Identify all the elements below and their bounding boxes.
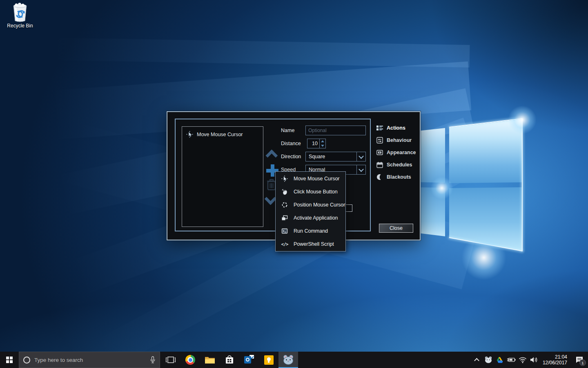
clock-time: 21:04 [543,354,567,360]
move-mouse-taskbar-button[interactable] [278,352,298,368]
action-list[interactable]: Move Mouse Cursor [182,126,263,227]
tray-expand-button[interactable] [472,352,481,368]
move-down-button[interactable] [266,195,274,203]
direction-value: Square [306,154,356,159]
chevron-down-icon[interactable] [356,152,365,161]
recycle-bin-icon [11,2,29,22]
tab-label: Blackouts [387,174,411,180]
menu-item-activate-application[interactable]: Activate Application [276,211,345,224]
notification-badge: 1 [579,359,586,366]
distance-value: 10 [307,139,319,148]
outlook-icon [244,355,254,365]
store-icon [225,355,234,365]
actions-icon [376,125,383,131]
powershell-script-icon: </> [281,242,288,247]
volume-icon [530,357,538,363]
chevron-down-icon[interactable] [356,165,365,174]
cortana-icon [23,357,30,364]
volume-tray-button[interactable] [530,352,539,368]
chrome-icon [185,355,195,365]
wifi-icon [519,357,527,363]
wifi-tray-button[interactable] [518,352,527,368]
menu-item-position-mouse-cursor[interactable]: Position Mouse Cursor [276,198,345,211]
menu-item-label: Click Mouse Button [294,189,338,195]
keep-taskbar-button[interactable] [259,352,278,368]
light-flare [461,235,506,280]
menu-item-label: Run Command [294,228,328,234]
list-item-label: Move Mouse Cursor [197,132,243,137]
move-mouse-cursor-icon [281,175,288,182]
tab-label: Appearance [387,150,416,155]
taskbar: 21:04 12/06/2017 1 [0,352,588,368]
recycle-bin-shortcut[interactable]: Recycle Bin [4,2,36,29]
clock-date: 12/06/2017 [543,360,567,366]
distance-label: Distance [281,141,301,146]
menu-item-click-mouse-button[interactable]: Click Mouse Button [276,185,345,198]
spin-up-icon[interactable] [320,139,325,144]
close-button[interactable]: Close [379,224,413,233]
taskbar-search[interactable] [19,352,160,368]
add-action-menu: Move Mouse Cursor Click Mouse Button Pos… [275,171,346,251]
action-center-button[interactable]: 1 [572,352,586,368]
task-view-icon [166,356,176,364]
system-tray: 21:04 12/06/2017 1 [472,352,588,368]
store-taskbar-button[interactable] [220,352,239,368]
list-item[interactable]: Move Mouse Cursor [182,127,263,141]
form-checkbox[interactable] [345,204,352,212]
move-mouse-tray-icon [484,356,492,364]
start-button[interactable] [0,352,19,368]
tab-actions[interactable]: Actions [376,123,417,132]
spin-down-icon[interactable] [320,144,325,148]
search-input[interactable] [34,357,146,363]
schedules-icon [376,162,383,168]
close-button-label: Close [390,225,403,231]
nav-sidebar: Actions Behaviour Appearance [376,123,417,185]
file-explorer-icon [205,355,215,364]
move-up-button[interactable] [266,151,274,159]
chrome-taskbar-button[interactable] [180,352,200,368]
google-drive-icon [496,357,503,364]
menu-item-label: Position Mouse Cursor [294,202,345,208]
keep-icon [264,355,274,365]
appearance-icon [376,149,383,156]
tab-label: Schedules [387,162,412,168]
menu-item-run-command[interactable]: Run Command [276,224,345,238]
menu-item-move-mouse-cursor[interactable]: Move Mouse Cursor [276,172,345,185]
file-explorer-taskbar-button[interactable] [200,352,220,368]
tab-behaviour[interactable]: Behaviour [376,136,417,145]
taskbar-clock[interactable]: 21:04 12/06/2017 [541,354,570,366]
task-view-button[interactable] [162,352,180,368]
behaviour-icon [376,137,383,144]
recycle-bin-label: Recycle Bin [4,23,36,29]
tab-schedules[interactable]: Schedules [376,160,417,169]
direction-select[interactable]: Square [305,152,366,162]
menu-item-powershell-script[interactable]: </> PowerShell Script [276,238,345,251]
blackouts-icon [376,174,383,180]
windows-start-icon [6,357,13,363]
move-mouse-app-icon [283,355,294,365]
menu-item-label: Move Mouse Cursor [294,176,340,182]
tab-label: Actions [387,125,405,131]
name-input[interactable] [305,126,366,135]
move-mouse-tray-button[interactable] [484,352,493,368]
battery-tray-button[interactable] [507,352,516,368]
desktop: Recycle Bin Move Mouse Cursor [0,0,588,368]
battery-charging-icon [507,357,516,363]
menu-item-label: Activate Application [294,215,338,221]
google-drive-tray-button[interactable] [495,352,504,368]
activate-application-icon [281,215,288,221]
distance-stepper[interactable]: 10 [307,139,326,148]
tab-label: Behaviour [387,137,412,143]
menu-item-label: PowerShell Script [294,241,334,247]
position-mouse-cursor-icon [281,202,288,208]
direction-label: Direction [281,154,301,159]
microphone-icon[interactable] [150,356,156,364]
outlook-taskbar-button[interactable] [239,352,259,368]
light-flare [508,105,537,134]
tab-blackouts[interactable]: Blackouts [376,173,417,182]
taskbar-app-icons [180,352,298,368]
logo-edge-highlight [522,119,523,251]
light-flare [430,177,453,200]
tab-appearance[interactable]: Appearance [376,148,417,157]
click-mouse-button-icon [281,188,288,195]
